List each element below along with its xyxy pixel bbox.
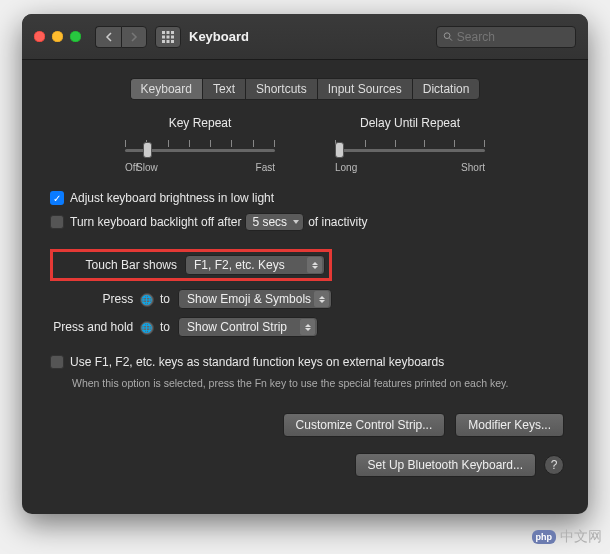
help-button[interactable]: ? xyxy=(544,455,564,475)
key-repeat-slow-label: Slow xyxy=(136,162,158,173)
fn-label: Use F1, F2, etc. keys as standard functi… xyxy=(70,355,444,369)
touchbar-highlight: Touch Bar shows F1, F2, etc. Keys xyxy=(50,249,332,281)
hold-row: Press and hold 🌐 to Show Control Strip xyxy=(50,317,560,337)
svg-rect-4 xyxy=(167,35,170,38)
press-pre: Press xyxy=(103,292,134,306)
preferences-window: Keyboard Keyboard Text Shortcuts Input S… xyxy=(22,14,588,514)
svg-rect-5 xyxy=(171,35,174,38)
hold-select[interactable]: Show Control Strip xyxy=(178,317,318,337)
touchbar-label: Touch Bar shows xyxy=(57,258,177,272)
delay-title: Delay Until Repeat xyxy=(360,116,460,130)
fn-row: Use F1, F2, etc. keys as standard functi… xyxy=(50,355,560,369)
key-repeat-thumb[interactable] xyxy=(143,142,152,158)
titlebar: Keyboard xyxy=(22,14,588,60)
svg-rect-0 xyxy=(162,31,165,34)
search-field[interactable] xyxy=(436,26,576,48)
delay-short-label: Short xyxy=(461,162,485,173)
svg-rect-2 xyxy=(171,31,174,34)
touchbar-select[interactable]: F1, F2, etc. Keys xyxy=(185,255,325,275)
key-repeat-fast-label: Fast xyxy=(256,162,275,173)
nav-buttons xyxy=(95,26,147,48)
backlight-checkbox[interactable] xyxy=(50,215,64,229)
press-post: to xyxy=(160,292,170,306)
key-repeat-slider: Key Repeat Off Slow Fast xyxy=(125,116,275,173)
minimize-icon[interactable] xyxy=(52,31,63,42)
fn-help-text: When this option is selected, press the … xyxy=(72,377,560,391)
button-row: Customize Control Strip... Modifier Keys… xyxy=(22,403,588,437)
tab-text[interactable]: Text xyxy=(202,78,245,100)
svg-rect-3 xyxy=(162,35,165,38)
back-button[interactable] xyxy=(95,26,121,48)
press-row: Press 🌐 to Show Emoji & Symbols xyxy=(50,289,560,309)
globe-icon: 🌐 xyxy=(140,293,154,307)
brightness-label: Adjust keyboard brightness in low light xyxy=(70,191,274,205)
settings-fields: ✓ Adjust keyboard brightness in low ligh… xyxy=(22,191,588,391)
key-repeat-track[interactable] xyxy=(125,140,275,160)
brightness-row: ✓ Adjust keyboard brightness in low ligh… xyxy=(50,191,560,205)
tab-bar: Keyboard Text Shortcuts Input Sources Di… xyxy=(22,78,588,100)
close-icon[interactable] xyxy=(34,31,45,42)
svg-rect-7 xyxy=(167,40,170,43)
svg-rect-8 xyxy=(171,40,174,43)
brightness-checkbox[interactable]: ✓ xyxy=(50,191,64,205)
customize-control-strip-button[interactable]: Customize Control Strip... xyxy=(283,413,446,437)
search-icon xyxy=(443,31,453,42)
svg-line-10 xyxy=(450,38,452,40)
search-input[interactable] xyxy=(457,30,569,44)
backlight-label: Turn keyboard backlight off after xyxy=(70,215,241,229)
footer-row: Set Up Bluetooth Keyboard... ? xyxy=(22,437,588,477)
globe-icon-2: 🌐 xyxy=(140,321,154,335)
backlight-row: Turn keyboard backlight off after 5 secs… xyxy=(50,213,560,231)
delay-long-label: Long xyxy=(335,162,357,173)
sliders-row: Key Repeat Off Slow Fast Delay Until Rep… xyxy=(62,116,548,173)
tab-shortcuts[interactable]: Shortcuts xyxy=(245,78,317,100)
fn-checkbox[interactable] xyxy=(50,355,64,369)
tab-input-sources[interactable]: Input Sources xyxy=(317,78,412,100)
touchbar-row: Touch Bar shows F1, F2, etc. Keys xyxy=(50,249,560,281)
svg-rect-1 xyxy=(167,31,170,34)
php-logo: php xyxy=(532,530,557,544)
delay-thumb[interactable] xyxy=(335,142,344,158)
backlight-timeout-select[interactable]: 5 secs xyxy=(245,213,304,231)
svg-rect-6 xyxy=(162,40,165,43)
backlight-suffix: of inactivity xyxy=(308,215,367,229)
zoom-icon[interactable] xyxy=(70,31,81,42)
modifier-keys-button[interactable]: Modifier Keys... xyxy=(455,413,564,437)
delay-track[interactable] xyxy=(335,140,485,160)
svg-point-9 xyxy=(444,33,450,39)
watermark: php 中文网 xyxy=(532,528,603,546)
hold-post: to xyxy=(160,320,170,334)
delay-slider: Delay Until Repeat Long Short xyxy=(335,116,485,173)
bluetooth-keyboard-button[interactable]: Set Up Bluetooth Keyboard... xyxy=(355,453,536,477)
hold-pre: Press and hold xyxy=(53,320,133,334)
window-title: Keyboard xyxy=(189,29,249,44)
watermark-text: 中文网 xyxy=(560,528,602,546)
tab-keyboard[interactable]: Keyboard xyxy=(130,78,202,100)
show-all-button[interactable] xyxy=(155,26,181,48)
press-select[interactable]: Show Emoji & Symbols xyxy=(178,289,332,309)
key-repeat-title: Key Repeat xyxy=(169,116,232,130)
traffic-lights xyxy=(34,31,81,42)
tab-dictation[interactable]: Dictation xyxy=(412,78,481,100)
forward-button[interactable] xyxy=(121,26,147,48)
